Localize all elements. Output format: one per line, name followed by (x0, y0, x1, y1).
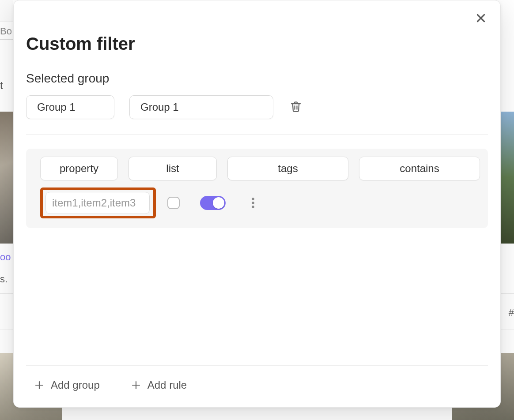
close-button[interactable] (472, 9, 490, 27)
modal-title: Custom filter (26, 34, 488, 54)
delete-group-button[interactable] (288, 100, 303, 115)
rule-panel: property list tags contains (26, 149, 488, 228)
group-selector-1[interactable]: Group 1 (26, 95, 114, 119)
flex-spacer (26, 228, 488, 365)
divider (26, 134, 488, 135)
rule-value-input[interactable] (45, 192, 150, 214)
toggle-knob (213, 197, 224, 209)
custom-filter-modal: Custom filter Selected group Group 1 Gro… (13, 0, 501, 408)
add-group-label: Add group (51, 379, 100, 391)
rule-checkbox[interactable] (167, 197, 180, 209)
bg-link-fragment: oo (0, 251, 13, 263)
rule-field-select[interactable]: tags (227, 157, 348, 180)
plus-icon (131, 380, 141, 390)
bg-strip (0, 0, 13, 22)
divider (26, 365, 488, 366)
rule-enabled-toggle[interactable] (200, 196, 226, 210)
trash-icon (289, 100, 302, 113)
selected-group-row: Group 1 Group 1 (26, 95, 488, 119)
rule-more-menu[interactable] (248, 196, 258, 210)
rule-value-row (40, 188, 474, 218)
rule-kind-select[interactable]: property (40, 157, 118, 180)
bg-strip-text: Bo (0, 22, 13, 40)
add-group-button[interactable]: Add group (31, 375, 102, 395)
close-icon (475, 12, 487, 24)
kebab-dot-icon (252, 206, 254, 208)
rule-type-select[interactable]: list (128, 157, 217, 180)
plus-icon (34, 380, 45, 390)
rule-chips-row: property list tags contains (40, 157, 474, 180)
kebab-dot-icon (252, 202, 254, 204)
add-rule-label: Add rule (147, 379, 187, 391)
selected-group-label: Selected group (26, 71, 488, 86)
bg-text-t: t (0, 79, 3, 92)
bg-image-left (0, 112, 13, 244)
rule-operator-select[interactable]: contains (359, 157, 480, 180)
value-highlight-frame (40, 188, 156, 218)
bg-text-s: s. (0, 274, 8, 285)
bg-image-right (501, 112, 514, 244)
add-rule-button[interactable]: Add rule (128, 375, 189, 395)
bg-hash: # (509, 307, 514, 319)
group-selector-2[interactable]: Group 1 (129, 95, 273, 119)
kebab-dot-icon (252, 198, 254, 200)
footer-actions: Add group Add rule (26, 374, 488, 399)
